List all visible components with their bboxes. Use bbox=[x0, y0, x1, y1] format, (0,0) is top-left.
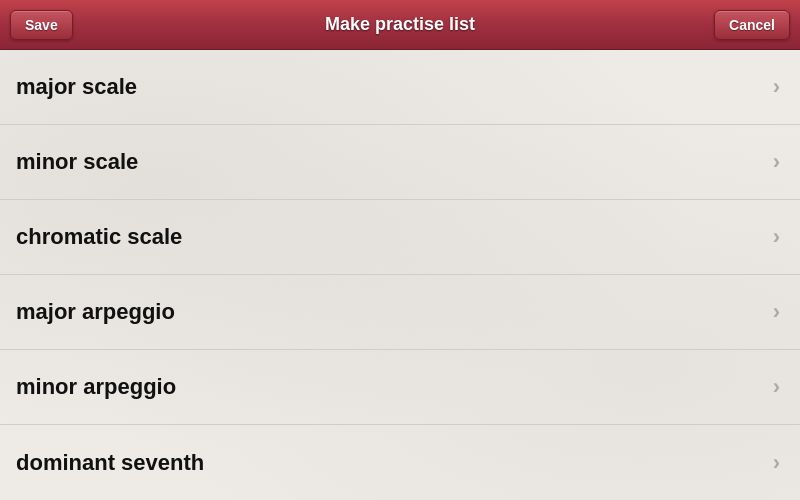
header: Save Make practise list Cancel bbox=[0, 0, 800, 50]
cancel-button[interactable]: Cancel bbox=[714, 10, 790, 40]
minor-arpeggio-label: minor arpeggio bbox=[16, 374, 176, 400]
list-item-minor-arpeggio[interactable]: minor arpeggio› bbox=[0, 350, 800, 425]
minor-scale-chevron-icon: › bbox=[773, 151, 780, 173]
chromatic-scale-label: chromatic scale bbox=[16, 224, 182, 250]
list-item-minor-scale[interactable]: minor scale› bbox=[0, 125, 800, 200]
minor-arpeggio-chevron-icon: › bbox=[773, 376, 780, 398]
list-item-chromatic-scale[interactable]: chromatic scale› bbox=[0, 200, 800, 275]
dominant-seventh-label: dominant seventh bbox=[16, 450, 204, 476]
practice-list: major scale›minor scale›chromatic scale›… bbox=[0, 50, 800, 500]
minor-scale-label: minor scale bbox=[16, 149, 138, 175]
list-item-major-scale[interactable]: major scale› bbox=[0, 50, 800, 125]
major-scale-label: major scale bbox=[16, 74, 137, 100]
major-arpeggio-chevron-icon: › bbox=[773, 301, 780, 323]
list-item-dominant-seventh[interactable]: dominant seventh› bbox=[0, 425, 800, 500]
major-arpeggio-label: major arpeggio bbox=[16, 299, 175, 325]
list-item-major-arpeggio[interactable]: major arpeggio› bbox=[0, 275, 800, 350]
dominant-seventh-chevron-icon: › bbox=[773, 452, 780, 474]
save-button[interactable]: Save bbox=[10, 10, 73, 40]
major-scale-chevron-icon: › bbox=[773, 76, 780, 98]
chromatic-scale-chevron-icon: › bbox=[773, 226, 780, 248]
page-title: Make practise list bbox=[325, 14, 475, 35]
